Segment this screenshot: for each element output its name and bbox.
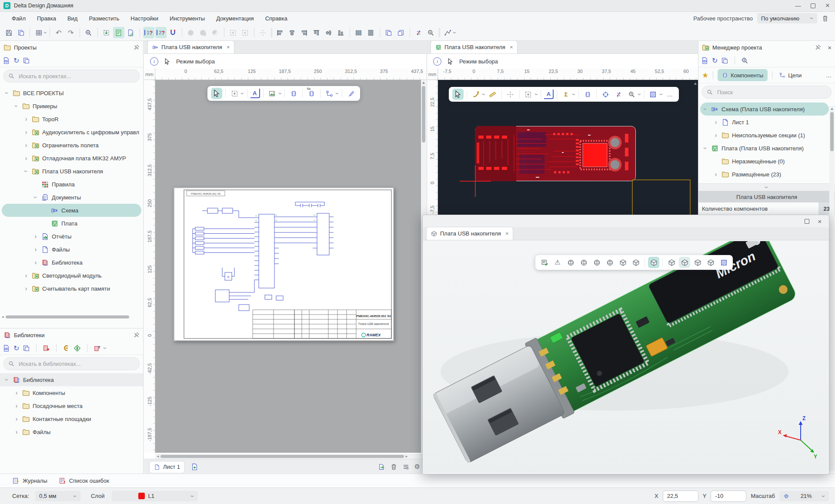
tree-item-examples[interactable]: ›Примеры [0,99,143,113]
orbit-view-button[interactable] [565,257,576,268]
menu-help[interactable]: Справка [260,13,293,24]
route-tool-button[interactable] [470,89,481,100]
shaded-view-button[interactable] [648,257,659,268]
chevron-down-icon[interactable]: › [277,93,284,95]
explode-view-button[interactable] [718,257,729,268]
preview-document-icon[interactable] [3,57,10,64]
align-bottom-button[interactable] [335,27,347,38]
menu-settings[interactable]: Настройки [125,13,164,24]
layer-select[interactable]: L1 › [112,491,198,501]
tree-item-all-projects[interactable]: ›ВСЕ ПРОЕКТЫ [0,86,143,99]
schematic-hscrollbar[interactable]: ◂ ▸ [155,454,426,459]
close-button[interactable]: × [820,0,835,11]
tree-item-unplaced[interactable]: Неразмещённые (0) [698,155,835,168]
chevron-down-icon[interactable]: › [103,347,109,349]
tree-item-lib-files[interactable]: ›Файлы [0,425,143,438]
more-tabs-button[interactable]: … [826,72,832,79]
perspective-view-button[interactable] [679,257,690,268]
tree-item-rules[interactable]: Правила [0,178,143,191]
pcb-tab[interactable]: Плата USB накопителя × [431,40,518,53]
tree-item-placed[interactable]: ›Размещённые (23) [698,168,835,181]
tree-item-schematic-doc[interactable]: ›Схема (Плата USB накопителя) [700,103,829,116]
marquee-tool-button[interactable] [523,89,534,100]
chevron-down-icon[interactable]: › [240,93,246,95]
snap-center-button[interactable] [600,89,611,100]
align-right-button[interactable] [299,27,310,38]
tree-item-led-module[interactable]: ›Светодиодный модуль [0,269,143,282]
board-check-view-button[interactable] [539,257,550,268]
favorites-icon[interactable]: ★ [702,71,708,80]
undo-button[interactable]: ↶ [53,27,64,38]
import-dip-icon[interactable] [63,345,70,352]
group-button[interactable] [185,27,197,38]
draw-tool-button[interactable] [345,88,357,99]
tree-item-audio-amp[interactable]: ›Аудиоусилитель с цифровым управл [0,126,143,139]
tree-item-flight-limiter[interactable]: ›Ограничитель полета [0,139,143,152]
image-tool-button[interactable] [267,88,278,99]
close-panel-icon[interactable]: × [828,44,832,51]
tree-item-components[interactable]: ›Компоненты [0,386,143,399]
tree-item-footprints[interactable]: ›Посадочные места [0,399,143,412]
tree-item-library-root[interactable]: ›Библиотека [0,373,143,386]
close-tab-icon[interactable]: × [227,44,230,50]
zoom-region-button[interactable] [626,89,637,100]
select-region-button[interactable] [227,27,239,38]
save-all-button[interactable] [15,27,27,38]
net-tool-button[interactable] [324,88,335,99]
sheet-view-toggle[interactable] [113,27,124,38]
tree-item-schematic[interactable]: Схема [2,204,141,217]
back-view-button[interactable] [630,257,641,268]
minimize-button[interactable]: — [791,0,805,11]
libraries-search[interactable] [3,357,140,370]
viewer3d-viewport[interactable]: ⚠ [423,241,828,473]
pin-icon[interactable] [134,44,140,50]
menu-documentation[interactable]: Документация [210,13,260,24]
renumber-components-button[interactable]: № [306,88,317,99]
send-back-button[interactable] [395,27,407,38]
tab-nets[interactable]: Цепи [777,69,804,81]
chevron-down-icon[interactable]: › [658,93,665,96]
pan-view-button[interactable] [591,257,602,268]
menu-tools[interactable]: Инструменты [164,13,210,24]
add-library-icon[interactable] [43,345,50,352]
zoom-region-button[interactable] [425,27,437,38]
menu-view[interactable]: Вид [62,13,84,24]
refresh-icon[interactable]: ↻ [13,344,19,352]
place-component-button[interactable] [288,88,299,99]
export-library-icon[interactable] [94,345,101,352]
tree-item-documents[interactable]: ›Документы [0,191,143,204]
tree-item-pads[interactable]: ›Контактные площадки [0,412,143,425]
align-top-button[interactable] [311,27,322,38]
y-coordinate-input[interactable] [711,491,746,502]
sheet-edit-button[interactable] [125,27,137,38]
iso-view-button[interactable] [666,257,677,268]
schematic-tab[interactable]: Плата USB накопителя × [147,40,234,53]
refresh-icon[interactable]: ↻ [13,56,19,65]
find-document-icon[interactable] [741,57,748,64]
distribute-v-button[interactable] [365,27,377,38]
bring-front-button[interactable] [383,27,394,38]
subtract-button[interactable] [210,27,221,38]
align-middle-button[interactable] [323,27,334,38]
tree-item-files[interactable]: ›Файлы [0,243,143,256]
align-left-button[interactable] [274,27,286,38]
select-lasso-button[interactable] [240,27,251,38]
merge-button[interactable] [197,27,209,38]
libraries-search-input[interactable] [18,360,135,368]
menu-edit[interactable]: Правка [31,13,62,24]
warnings-button[interactable]: ⚠ [552,257,563,268]
select-tool-button[interactable] [211,88,222,99]
viewer3d-tab[interactable]: Плата USB накопителя × [426,227,513,240]
import-button[interactable] [101,27,112,38]
manager-search-input[interactable] [716,89,827,96]
auto-numbering-toggle-1[interactable]: 1? [143,27,154,38]
manager-vscrollbar[interactable]: ▲ [829,106,835,471]
measure-tool-button[interactable] [487,89,498,100]
dock-tab-logs[interactable]: Журналы [12,477,47,484]
magnet-snap-button[interactable] [167,27,179,38]
polygon-pour-button[interactable] [648,89,659,100]
projects-search-input[interactable] [18,73,135,80]
more-tools-button[interactable]: … [664,89,675,100]
array-button[interactable] [257,27,269,38]
info-icon[interactable]: i [150,57,158,66]
